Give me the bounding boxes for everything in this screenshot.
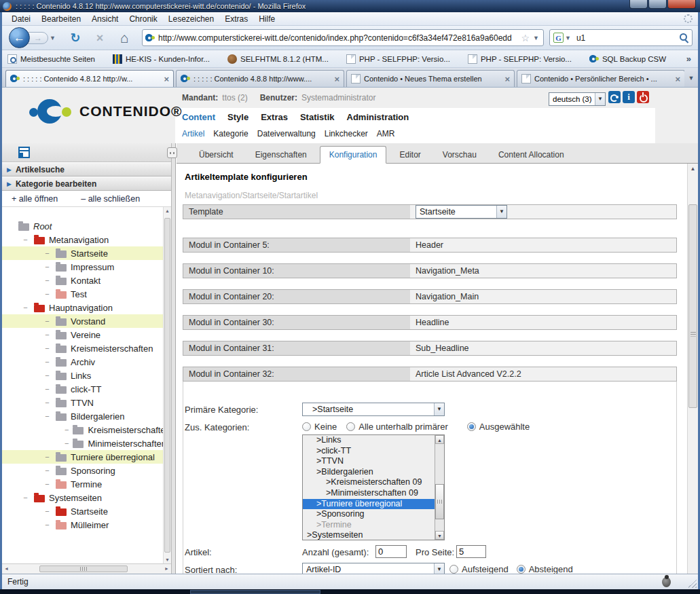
forward-button[interactable]: → <box>28 32 48 44</box>
tree-item[interactable]: −Startseite <box>2 504 163 518</box>
listbox-item[interactable]: >click-TT <box>303 446 435 457</box>
menu-extras[interactable]: Extras <box>219 13 253 25</box>
tree-expander[interactable]: − <box>43 453 52 461</box>
tree-expander[interactable]: − <box>43 290 52 298</box>
tree-item[interactable]: −Termine <box>2 477 163 491</box>
logout-power-icon[interactable] <box>637 91 649 103</box>
tree-expander[interactable]: − <box>43 480 52 488</box>
scroll-thumb[interactable] <box>164 218 170 553</box>
tree-item[interactable]: −Links <box>2 369 163 382</box>
radio-aufsteigend[interactable] <box>449 565 458 574</box>
splitter-grip[interactable] <box>167 147 177 158</box>
contenido-home-icon[interactable] <box>608 91 621 103</box>
menu-lesezeichen[interactable]: Lesezeichen <box>163 13 219 25</box>
scroll-down-icon[interactable]: ▼ <box>435 531 444 540</box>
url-text[interactable]: http://www.computerstickerei-witt.de/con… <box>158 33 519 43</box>
primary-category-select[interactable]: >Startseite ▼ <box>302 403 445 416</box>
firebug-icon[interactable] <box>662 577 671 587</box>
tab-übersicht[interactable]: Übersicht <box>190 147 242 163</box>
chevron-down-icon[interactable]: ▼ <box>434 563 444 574</box>
browser-tab[interactable]: Contenido • Neues Thema erstellen× <box>346 70 515 87</box>
tree-expander[interactable]: − <box>43 263 52 271</box>
sortiert-select[interactable]: Artikel-ID ▼ <box>302 563 445 574</box>
listbox-item[interactable]: >Sponsoring <box>303 509 435 520</box>
layout-frame-icon[interactable] <box>18 147 30 158</box>
tab-vorschau[interactable]: Vorschau <box>434 147 485 163</box>
url-dropdown-icon[interactable]: ▼ <box>532 35 540 41</box>
language-select[interactable]: deutsch (3) ▼ <box>549 92 606 106</box>
bookmarks-overflow-icon[interactable]: » <box>686 54 691 64</box>
menu-hilfe[interactable]: Hilfe <box>253 13 280 25</box>
browser-tab[interactable]: Contenido • Persönlicher Bereich • ...× <box>517 70 684 87</box>
tree-item[interactable]: −Vereine <box>2 328 163 341</box>
bookmark-item[interactable]: Meistbesuchte Seiten <box>7 54 95 64</box>
subnav-kategorie[interactable]: Kategorie <box>213 129 248 138</box>
nav-statistik[interactable]: Statistik <box>300 112 335 122</box>
tree-expander[interactable]: − <box>43 331 52 339</box>
tree-expander[interactable]: − <box>43 521 52 529</box>
reload-button[interactable]: ↻ <box>67 31 84 45</box>
tree-expander[interactable]: − <box>21 494 30 502</box>
list-all-tabs-icon[interactable]: ▼ <box>686 72 697 85</box>
tab-close-icon[interactable]: × <box>504 74 510 84</box>
listbox-scrollbar[interactable]: ▲ ▼ <box>435 435 444 540</box>
scroll-thumb[interactable] <box>435 484 444 519</box>
tree-expander[interactable]: − <box>43 398 52 407</box>
tree-item[interactable]: −Hauptnavigation <box>2 301 163 314</box>
close-button[interactable] <box>667 0 696 9</box>
subnav-dateiverwaltung[interactable]: Dateiverwaltung <box>257 129 316 138</box>
tab-eigenschaften[interactable]: Eigenschaften <box>246 147 316 163</box>
tree-item[interactable]: −Systemseiten <box>2 491 163 504</box>
scroll-up-icon[interactable]: ▲ <box>688 166 698 172</box>
url-bar[interactable]: http://www.computerstickerei-witt.de/con… <box>142 29 544 46</box>
tree-expander[interactable]: − <box>43 317 52 325</box>
tree-expander[interactable]: − <box>21 303 30 312</box>
chevron-down-icon[interactable]: ▼ <box>595 93 605 105</box>
expand-all-link[interactable]: + alle öffnen <box>12 194 58 204</box>
anzahl-input[interactable] <box>375 545 407 558</box>
minimize-button[interactable] <box>629 0 648 9</box>
tree-item[interactable]: −Startseite <box>2 246 163 260</box>
tree-expander[interactable]: − <box>43 412 52 420</box>
tree-expander[interactable]: − <box>43 385 52 393</box>
tree-item[interactable]: −Bildergalerien <box>2 409 163 423</box>
sidebar-section-artikelsuche[interactable]: ▶Artikelsuche <box>2 162 171 177</box>
maximize-button[interactable] <box>648 0 667 9</box>
scroll-left-icon[interactable]: ◄ <box>4 566 9 571</box>
chevron-down-icon[interactable]: ▼ <box>496 206 506 218</box>
radio-ausgewaehlte[interactable] <box>467 422 476 431</box>
tree-item[interactable]: −click-TT <box>2 382 163 396</box>
chevron-down-icon[interactable]: ▼ <box>434 403 444 415</box>
bookmark-item[interactable]: PHP - SELFPHP: Versio... <box>468 54 572 64</box>
tree-expander[interactable]: − <box>43 344 52 352</box>
tree-item[interactable]: −Test <box>2 287 163 301</box>
bookmark-item[interactable]: SQL Backup CSW <box>589 54 666 64</box>
tree-item[interactable]: −Minimeisterschaften 09 <box>2 437 163 450</box>
tab-close-icon[interactable]: × <box>675 74 680 84</box>
sidebar-section-kategorie-bearbeiten[interactable]: ▶Kategorie bearbeiten <box>2 177 171 191</box>
subnav-linkchecker[interactable]: Linkchecker <box>325 129 368 138</box>
menu-ansicht[interactable]: Ansicht <box>86 13 124 25</box>
search-engine-dropdown-icon[interactable]: ▼ <box>564 35 572 41</box>
panel-splitter[interactable] <box>172 143 176 574</box>
back-button[interactable]: ← <box>9 27 30 48</box>
nav-extras[interactable]: Extras <box>261 112 288 122</box>
browser-tab[interactable]: : : : : : Contenido 4.8.8 http://www....… <box>176 70 344 87</box>
tab-konfiguration[interactable]: Konfiguration <box>320 146 387 164</box>
tab-content-allocation[interactable]: Content Allocation <box>490 147 573 163</box>
stop-button[interactable]: × <box>92 31 108 45</box>
menu-bearbeiten[interactable]: Bearbeiten <box>36 13 86 25</box>
tree-item[interactable]: Root <box>2 219 163 233</box>
subnav-artikel[interactable]: Artikel <box>182 129 204 138</box>
template-select[interactable]: Startseite ▼ <box>416 205 507 219</box>
scroll-up-icon[interactable]: ▲ <box>164 208 171 213</box>
tree-expander[interactable]: − <box>43 249 52 257</box>
listbox-item[interactable]: >Bildergalerien <box>303 467 435 478</box>
listbox-item[interactable]: >Kreismeisterschaften 09 <box>303 477 435 488</box>
bookmark-item[interactable]: HE-KIS - Kunden-Infor... <box>113 54 210 64</box>
info-icon[interactable]: i <box>623 91 635 103</box>
browser-tab[interactable]: : : : : : Contenido 4.8.12 http://w...× <box>5 70 174 87</box>
tree-expander[interactable]: − <box>43 371 52 379</box>
pro-seite-input[interactable] <box>456 545 486 558</box>
tree-item[interactable]: −Archiv <box>2 355 163 369</box>
